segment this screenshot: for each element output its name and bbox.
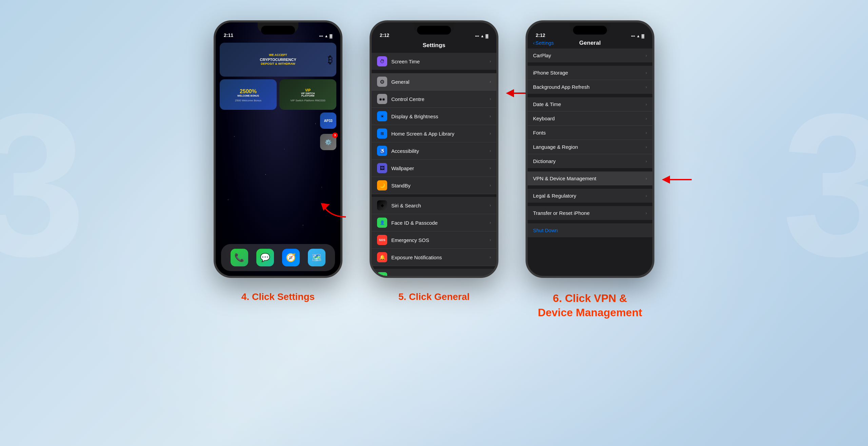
wallpaper-label: Wallpaper [391, 165, 490, 171]
settings-row-standby[interactable]: 🌙 StandBy › [372, 177, 496, 194]
standby-icon: 🌙 [377, 180, 387, 190]
settings-row-accessibility[interactable]: ♿ Accessibility › [372, 142, 496, 160]
vip-tile-label: VIP Switch Platform RM2333 [290, 99, 325, 102]
control-label: Control Centre [391, 96, 490, 102]
caption2-prefix: 5. Click [398, 291, 434, 302]
dock-maps-icon[interactable]: 🗺️ [308, 249, 326, 266]
legal-label: Legal & Regulatory [533, 193, 646, 199]
settings-row-exposure[interactable]: 🔔 Exposure Notifications › [372, 249, 496, 266]
settings-row-display[interactable]: ☀ Display & Brightness › [372, 108, 496, 125]
phone1-dock: 📞 💬 🧭 🗺️ [221, 244, 335, 271]
general-row-carplay[interactable]: CarPlay › [528, 48, 652, 62]
settings-badge: 3 [332, 133, 338, 138]
transfer-label: Transfer or Reset iPhone [533, 210, 646, 216]
vpn-section: VPN & Device Management › [528, 171, 652, 185]
general-label: General [391, 79, 490, 85]
exposure-icon: 🔔 [377, 252, 387, 262]
wifi-icon: ▲ [324, 34, 328, 38]
screentime-label: Screen Time [391, 59, 490, 64]
phone3-arrow [648, 169, 695, 190]
ap33-icon[interactable]: AP33 [320, 113, 336, 129]
settings-row-wallpaper[interactable]: 🖼 Wallpaper › [372, 160, 496, 177]
homescreen-label: Home Screen & App Library [391, 131, 490, 137]
general-row-dictionary[interactable]: Dictionary › [528, 154, 652, 168]
phone3-status-icons: ▪▪▪ ▲ ▓ [631, 34, 644, 38]
dock-messages-icon[interactable]: 💬 [256, 249, 274, 266]
phone2-frame: 2:12 ▪▪▪ ▲ ▓ Settings [370, 20, 498, 278]
vpn-chevron: › [646, 176, 647, 181]
back-chevron-icon: ‹ [533, 40, 535, 46]
phone1-status-icons: ▪▪▪ ▲ ▓ [319, 34, 332, 38]
settings-row-faceid[interactable]: 👤 Face ID & Passcode › [372, 214, 496, 231]
phones-row: 2:11 ▪▪▪ ▲ ▓ WE ACCEPT CRYPTOCURREN [214, 20, 654, 446]
general-row-storage[interactable]: iPhone Storage › [528, 66, 652, 80]
vpn-label: VPN & Device Management [533, 176, 646, 181]
display-chevron: › [490, 114, 491, 119]
keyboard-label: Keyboard [533, 116, 646, 121]
emergency-chevron: › [490, 238, 491, 242]
general-chevron: › [490, 79, 491, 84]
general-row-datetime[interactable]: Date & Time › [528, 97, 652, 112]
banner-ad-text: WE ACCEPT CRYPTOCURRENCY DEPOSIT & WITHD… [258, 52, 298, 67]
phone3-caption: 6. Click VPN &Device Management [538, 291, 642, 320]
settings-row-control[interactable]: ◉◉ Control Centre › [372, 90, 496, 108]
display-label: Display & Brightness [391, 114, 490, 119]
fonts-chevron: › [646, 130, 647, 135]
app-tile-vip[interactable]: VIP VIP SWITCH PLATFORM VIP Switch Platf… [279, 79, 336, 110]
general-row-legal[interactable]: Legal & Regulatory › [528, 189, 652, 203]
wifi-icon2: ▲ [480, 34, 484, 38]
dock-phone-icon[interactable]: 📞 [231, 249, 248, 266]
bonus-tile-label: 2500 Welcome Bonus [235, 99, 261, 102]
settings-row-screentime[interactable]: ⏱ Screen Time › [372, 53, 496, 70]
caption3-prefix: 6. Click [553, 292, 594, 304]
accessibility-label: Accessibility [391, 148, 490, 154]
phone3-wrapper: 2:12 ▪▪▪ ▲ ▓ ‹ Settings [526, 20, 654, 278]
accessibility-icon: ♿ [377, 146, 387, 156]
language-chevron: › [646, 145, 647, 149]
settings-row-siri[interactable]: ◆ Siri & Search › [372, 197, 496, 214]
settings-icon[interactable]: ⚙️ 3 [320, 134, 336, 150]
phone2-wrapper: 2:12 ▪▪▪ ▲ ▓ Settings [370, 20, 498, 278]
legal-section: Legal & Regulatory › [528, 189, 652, 203]
banner-coin-icon: ₿ [328, 54, 333, 65]
battery-icon: ▓ [330, 34, 332, 38]
settings-row-emergency[interactable]: SOS Emergency SOS › [372, 231, 496, 249]
carplay-section: CarPlay › [528, 48, 652, 62]
wallpaper-icon: 🖼 [377, 163, 387, 173]
dock-safari-icon[interactable]: 🧭 [282, 249, 300, 266]
bonus-tile-text: 2500% WELCOME BONUS [236, 87, 260, 98]
general-row-shutdown[interactable]: Shut Down [528, 223, 652, 237]
phone3-screen: 2:12 ▪▪▪ ▲ ▓ ‹ Settings [528, 22, 652, 276]
faceid-chevron: › [490, 220, 491, 225]
language-label: Language & Region [533, 144, 646, 150]
general-row-transfer[interactable]: Transfer or Reset iPhone › [528, 206, 652, 220]
app-tile-bonus[interactable]: 2500% WELCOME BONUS 2500 Welcome Bonus [220, 79, 277, 110]
general-row-fonts[interactable]: Fonts › [528, 126, 652, 140]
general-row-bgrefresh[interactable]: Background App Refresh › [528, 80, 652, 94]
standby-label: StandBy [391, 183, 490, 188]
settings-row-homescreen[interactable]: ⊞ Home Screen & App Library › [372, 125, 496, 142]
wifi-icon3: ▲ [636, 34, 640, 38]
caption1-prefix: 4. Click [241, 291, 277, 302]
settings-row-battery[interactable]: ⚡ Battery › [372, 269, 496, 278]
phone3-dynamic-island [573, 26, 607, 35]
back-button[interactable]: ‹ Settings [533, 40, 554, 46]
wallpaper-chevron: › [490, 166, 491, 170]
signal-icon: ▪▪▪ [319, 34, 323, 38]
settings-row-general[interactable]: ⚙ General › [372, 73, 496, 90]
transfer-chevron: › [646, 211, 647, 216]
bgrefresh-label: Background App Refresh [533, 84, 646, 90]
signal-icon3: ▪▪▪ [631, 34, 635, 38]
carplay-label: CarPlay [533, 53, 646, 58]
general-row-language[interactable]: Language & Region › [528, 140, 652, 154]
general-row-vpn[interactable]: VPN & Device Management › [528, 171, 652, 185]
general-row-keyboard[interactable]: Keyboard › [528, 112, 652, 126]
phone2-dynamic-island [417, 26, 451, 35]
control-icon: ◉◉ [377, 94, 387, 104]
phone2-caption: 5. Click General [398, 291, 470, 302]
phone1-section: 2:11 ▪▪▪ ▲ ▓ WE ACCEPT CRYPTOCURREN [214, 20, 342, 302]
homescreen-chevron: › [490, 131, 491, 136]
phone2-status-icons: ▪▪▪ ▲ ▓ [475, 34, 488, 38]
siri-chevron: › [490, 203, 491, 208]
siri-icon: ◆ [377, 200, 387, 210]
